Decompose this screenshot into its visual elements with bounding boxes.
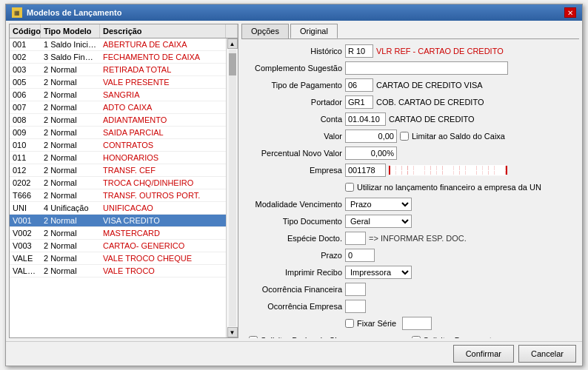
cell-code: 009 [10, 127, 41, 138]
cell-code: 003 [10, 64, 41, 75]
tipo-doc-label: Tipo Documento [246, 217, 342, 226]
cell-type: 2 Normal [41, 139, 100, 151]
table-row[interactable]: V0032 NormalCARTAO- GENERICO [10, 240, 226, 252]
cell-code: VALET [10, 265, 41, 277]
cell-desc: RETIRADA TOTAL [100, 64, 226, 75]
cell-code: 008 [10, 114, 41, 126]
cell-desc: TROCA CHQ/DINHEIRO [100, 177, 226, 189]
solicitar-dados-checkbox[interactable] [249, 336, 258, 338]
cell-code: 0202 [10, 177, 41, 189]
imprimir-select[interactable]: Impressora [345, 266, 412, 279]
prazo-input[interactable] [345, 249, 375, 262]
check-solicitar-doc: Solicitar Documento [412, 336, 572, 338]
cell-desc: CONTRATOS [100, 139, 226, 151]
table-row[interactable]: VALET2 NormalVALE TROCO [10, 265, 226, 278]
cell-type: 2 Normal [41, 189, 100, 201]
cell-desc: FECHAMENTO DE CAIXA [100, 51, 226, 63]
especie-value: => INFORMAR ESP. DOC. [369, 234, 467, 243]
table-row[interactable]: 0062 NormalSANGRIA [10, 89, 226, 101]
cancel-button[interactable]: Cancelar [518, 345, 576, 363]
tipo-doc-select[interactable]: Geral [345, 215, 412, 228]
row-percentual: Percentual Novo Valor [246, 146, 575, 161]
row-tipo-pagamento: Tipo de Pagamento CARTAO DE CREDITO VISA [246, 78, 575, 92]
cell-desc: UNIFICACAO [100, 202, 226, 214]
col-header-type: Tipo Modelo [41, 24, 100, 38]
col-header-desc: Descrição [100, 24, 226, 38]
table-row[interactable]: 0122 NormalTRANSF. CEF [10, 164, 226, 177]
conta-code[interactable] [345, 112, 386, 126]
cell-type: 2 Normal [41, 227, 100, 239]
cell-desc: ADIANTAMENTO [100, 114, 226, 126]
row-ocorrencia-fin: Ocorrência Financeira [246, 282, 575, 297]
table-row[interactable]: 0102 NormalCONTRATOS [10, 139, 226, 152]
table-row[interactable]: 0072 NormalADTO CAIXA [10, 101, 226, 114]
fixar-serie-input[interactable] [402, 317, 432, 330]
historico-value: VLR REF - CARTAO DE CREDITO [376, 47, 504, 56]
especie-code[interactable] [345, 232, 366, 245]
row-especie: Espécie Docto. => INFORMAR ESP. DOC. [246, 231, 575, 246]
ocorrencia-fin-input[interactable] [345, 283, 366, 296]
cell-code: 007 [10, 101, 41, 113]
tab-opcoes[interactable]: Opções [241, 24, 289, 38]
table-row[interactable]: 0092 NormalSAIDA PARCIAL [10, 127, 226, 139]
right-panel: Opções Original Histórico VLR REF - CART… [241, 24, 579, 338]
portador-code[interactable] [345, 95, 373, 109]
row-modalidade: Modalidade Vencimento Prazo [246, 197, 575, 212]
dialog-body: Código Tipo Modelo Descrição 0011 Saldo … [6, 21, 582, 341]
valor-input[interactable] [345, 130, 397, 143]
cell-type: 2 Normal [41, 177, 100, 189]
table-row[interactable]: V0012 NormalVISA CREDITO [10, 215, 226, 227]
cell-desc: VALE TROCO [100, 265, 226, 277]
scrollbar[interactable]: ▲ ▼ [226, 38, 238, 337]
cell-type: 4 Unificação [41, 202, 100, 214]
row-fixar-serie: Fixar Série [246, 316, 575, 331]
utilizar-un-checkbox[interactable] [345, 183, 354, 192]
cell-type: 2 Normal [41, 240, 100, 252]
historico-code[interactable] [345, 44, 373, 58]
ocorrencia-emp-input[interactable] [345, 300, 366, 313]
close-button[interactable]: ✕ [564, 7, 576, 18]
solicitar-doc-checkbox[interactable] [412, 336, 421, 338]
row-portador: Portador COB. CARTAO DE CREDITO [246, 95, 575, 110]
complemento-input[interactable] [345, 61, 508, 75]
cell-desc: CARTAO- GENERICO [100, 240, 226, 252]
cell-code: V002 [10, 227, 41, 239]
tab-original[interactable]: Original [290, 24, 338, 38]
row-imprimir: Imprimir Recibo Impressora [246, 265, 575, 280]
table-row[interactable]: 0023 Saldo Final CaixaFECHAMENTO DE CAIX… [10, 51, 226, 64]
table-row[interactable]: VALE2 NormalVALE TROCO CHEQUE [10, 252, 226, 265]
title-bar: ▦ Modelos de Lançamento ✕ [6, 4, 582, 21]
scroll-up-button[interactable]: ▲ [227, 38, 238, 49]
confirm-button[interactable]: Confirmar [453, 345, 514, 363]
scroll-thumb[interactable] [229, 53, 236, 75]
valor-label: Valor [246, 132, 342, 141]
percentual-input[interactable] [345, 147, 397, 160]
table-row[interactable]: 0082 NormalADIANTAMENTO [10, 114, 226, 127]
table-body: 0011 Saldo Inicial CaixaABERTURA DE CAIX… [10, 38, 226, 337]
table-row[interactable]: 0032 NormalRETIRADA TOTAL [10, 64, 226, 76]
dialog-title: Modelos de Lançamento [27, 8, 121, 17]
cell-type: 2 Normal [41, 252, 100, 264]
cell-code: 011 [10, 152, 41, 164]
empresa-code[interactable] [345, 164, 386, 177]
table-row[interactable]: UNI4 UnificaçãoUNIFICACAO [10, 202, 226, 215]
cell-desc: VISA CREDITO [100, 215, 226, 226]
table-row[interactable]: 0112 NormalHONORARIOS [10, 152, 226, 164]
table-row[interactable]: 02022 NormalTROCA CHQ/DINHEIRO [10, 177, 226, 189]
tipo-pagamento-code[interactable] [345, 78, 373, 92]
ocorrencia-fin-label: Ocorrência Financeira [246, 285, 342, 294]
table-row[interactable]: 0011 Saldo Inicial CaixaABERTURA DE CAIX… [10, 38, 226, 51]
table-row[interactable]: T6662 NormalTRANSF. OUTROS PORT. [10, 189, 226, 202]
modalidade-select[interactable]: Prazo [345, 198, 412, 211]
cell-type: 2 Normal [41, 76, 100, 88]
portador-label: Portador [246, 98, 342, 107]
table-row[interactable]: V0022 NormalMASTERCARD [10, 227, 226, 240]
fixar-serie-checkbox[interactable] [345, 319, 354, 328]
cell-desc: HONORARIOS [100, 152, 226, 164]
tabs: Opções Original [241, 24, 579, 39]
row-tipo-doc: Tipo Documento Geral [246, 214, 575, 229]
table-row[interactable]: 0052 NormalVALE PRESENTE [10, 76, 226, 89]
limitar-saldo-checkbox[interactable] [400, 132, 409, 141]
prazo-label: Prazo [246, 251, 342, 260]
scroll-down-button[interactable]: ▼ [227, 327, 238, 337]
